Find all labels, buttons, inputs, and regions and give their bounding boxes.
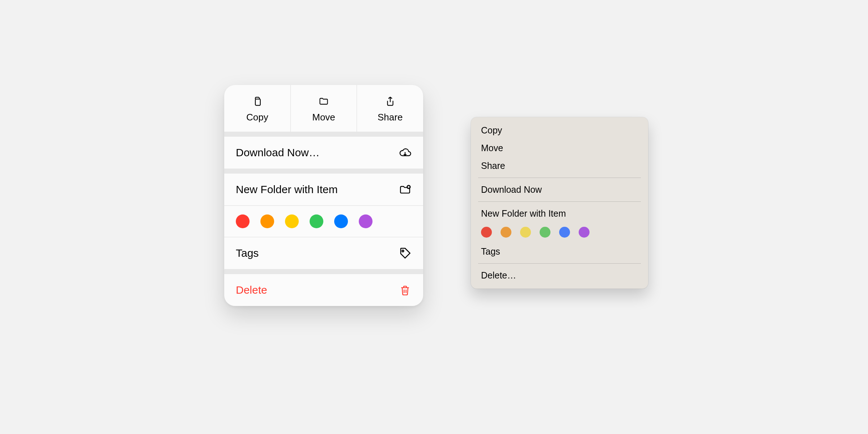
svg-point-2 bbox=[402, 250, 404, 252]
tag-color-green[interactable] bbox=[540, 227, 550, 238]
divider bbox=[478, 263, 641, 264]
mac-move-label: Move bbox=[481, 143, 503, 153]
ios-tag-colors-row bbox=[224, 206, 423, 237]
share-label: Share bbox=[378, 112, 403, 123]
copy-label: Copy bbox=[246, 112, 268, 123]
tag-color-green[interactable] bbox=[310, 214, 323, 228]
cloud-download-icon bbox=[399, 146, 412, 159]
tag-color-red[interactable] bbox=[481, 227, 492, 238]
tags-item[interactable]: Tags bbox=[224, 237, 423, 269]
svg-rect-0 bbox=[255, 99, 260, 106]
delete-label: Delete bbox=[236, 284, 267, 296]
tag-color-yellow[interactable] bbox=[520, 227, 531, 238]
tag-color-red[interactable] bbox=[236, 214, 250, 228]
tag-color-purple[interactable] bbox=[359, 214, 373, 228]
mac-tag-colors-row bbox=[471, 222, 648, 243]
mac-move-item[interactable]: Move bbox=[471, 139, 648, 157]
mac-new-folder-label: New Folder with Item bbox=[481, 208, 566, 218]
folder-plus-icon bbox=[399, 183, 412, 196]
tag-color-blue[interactable] bbox=[559, 227, 570, 238]
mac-download-item[interactable]: Download Now bbox=[471, 181, 648, 199]
tag-color-orange[interactable] bbox=[260, 214, 274, 228]
tags-label: Tags bbox=[236, 247, 259, 259]
mac-tags-item[interactable]: Tags bbox=[471, 243, 648, 260]
tag-color-yellow[interactable] bbox=[285, 214, 299, 228]
share-icon bbox=[384, 95, 396, 107]
move-label: Move bbox=[312, 112, 335, 123]
divider bbox=[478, 178, 641, 178]
divider bbox=[224, 132, 423, 137]
tag-icon bbox=[399, 247, 412, 260]
tag-color-blue[interactable] bbox=[334, 214, 348, 228]
download-now-item[interactable]: Download Now… bbox=[224, 137, 423, 169]
mac-delete-item[interactable]: Delete… bbox=[471, 267, 648, 284]
copy-icon bbox=[251, 95, 263, 107]
mac-download-label: Download Now bbox=[481, 184, 542, 195]
mac-new-folder-item[interactable]: New Folder with Item bbox=[471, 205, 648, 222]
copy-button[interactable]: Copy bbox=[224, 85, 291, 132]
trash-icon bbox=[399, 284, 412, 297]
ios-context-menu: Copy Move Share Download Now… bbox=[224, 85, 423, 306]
tag-color-purple[interactable] bbox=[579, 227, 590, 238]
tag-color-orange[interactable] bbox=[501, 227, 511, 238]
ios-top-row: Copy Move Share bbox=[224, 85, 423, 132]
delete-item[interactable]: Delete bbox=[224, 274, 423, 306]
divider bbox=[224, 169, 423, 174]
divider bbox=[224, 269, 423, 274]
move-button[interactable]: Move bbox=[291, 85, 357, 132]
mac-delete-label: Delete… bbox=[481, 270, 516, 280]
new-folder-item[interactable]: New Folder with Item bbox=[224, 174, 423, 205]
download-label: Download Now… bbox=[236, 146, 320, 159]
mac-tags-label: Tags bbox=[481, 246, 500, 256]
new-folder-label: New Folder with Item bbox=[236, 183, 338, 196]
mac-share-item[interactable]: Share bbox=[471, 157, 648, 175]
folder-icon bbox=[318, 95, 330, 107]
mac-share-label: Share bbox=[481, 161, 505, 171]
share-button[interactable]: Share bbox=[357, 85, 423, 132]
divider bbox=[478, 201, 641, 202]
mac-context-menu: Copy Move Share Download Now New Folder … bbox=[471, 117, 648, 289]
mac-copy-label: Copy bbox=[481, 125, 502, 135]
mac-copy-item[interactable]: Copy bbox=[471, 122, 648, 139]
